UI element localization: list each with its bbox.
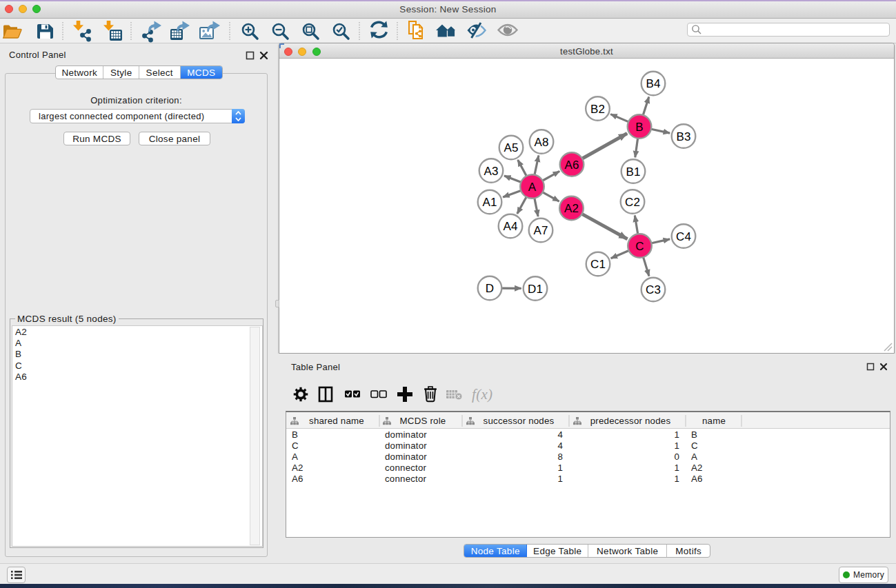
svg-text:A6: A6 — [691, 474, 703, 484]
svg-text:1: 1 — [674, 474, 679, 484]
svg-text:A4: A4 — [503, 220, 517, 233]
svg-text:A2: A2 — [292, 463, 303, 473]
svg-text:A6: A6 — [292, 474, 303, 484]
svg-text:C: C — [635, 240, 644, 253]
svg-text:1: 1 — [674, 429, 679, 440]
svg-text:C3: C3 — [646, 283, 661, 296]
svg-text:4: 4 — [557, 429, 563, 440]
svg-text:B1: B1 — [626, 165, 640, 179]
svg-text:MCDS role: MCDS role — [400, 416, 446, 426]
svg-text:1: 1 — [674, 463, 679, 473]
svg-text:successor nodes: successor nodes — [484, 416, 555, 426]
svg-text:A7: A7 — [533, 224, 548, 237]
svg-text:C: C — [292, 440, 299, 451]
svg-text:0: 0 — [674, 452, 679, 462]
svg-text:A2: A2 — [564, 202, 579, 215]
svg-text:name: name — [702, 416, 726, 426]
svg-text:A2: A2 — [691, 463, 703, 473]
svg-text:A1: A1 — [482, 196, 497, 209]
svg-text:C2: C2 — [625, 196, 640, 209]
svg-text:C1: C1 — [590, 258, 606, 271]
svg-text:dominator: dominator — [385, 429, 427, 440]
svg-text:A3: A3 — [484, 165, 498, 178]
svg-text:A: A — [691, 452, 697, 462]
svg-text:C: C — [691, 440, 698, 451]
svg-text:B: B — [292, 429, 298, 440]
svg-text:A: A — [292, 452, 298, 462]
svg-text:A8: A8 — [534, 136, 548, 149]
svg-text:B: B — [635, 121, 644, 134]
svg-text:1: 1 — [557, 463, 563, 473]
svg-text:C4: C4 — [676, 230, 691, 243]
svg-text:A5: A5 — [504, 141, 518, 154]
svg-text:f(x): f(x) — [472, 386, 492, 403]
svg-text:4: 4 — [557, 440, 563, 451]
svg-text:connector: connector — [385, 474, 427, 484]
svg-text:predecessor nodes: predecessor nodes — [590, 416, 671, 426]
svg-text:A6: A6 — [564, 159, 579, 172]
svg-text:8: 8 — [557, 452, 563, 462]
svg-text:dominator: dominator — [385, 452, 427, 462]
svg-text:B2: B2 — [590, 103, 605, 116]
svg-text:dominator: dominator — [385, 440, 427, 451]
svg-text:D: D — [486, 282, 494, 295]
svg-text:B4: B4 — [646, 77, 660, 90]
svg-text:A: A — [528, 181, 537, 194]
svg-text:shared name: shared name — [309, 416, 364, 426]
svg-text:1: 1 — [557, 474, 563, 484]
svg-text:B: B — [691, 429, 697, 440]
svg-text:connector: connector — [385, 463, 427, 473]
svg-text:1: 1 — [674, 440, 679, 451]
svg-text:D1: D1 — [528, 283, 543, 296]
svg-text:B3: B3 — [676, 130, 690, 143]
